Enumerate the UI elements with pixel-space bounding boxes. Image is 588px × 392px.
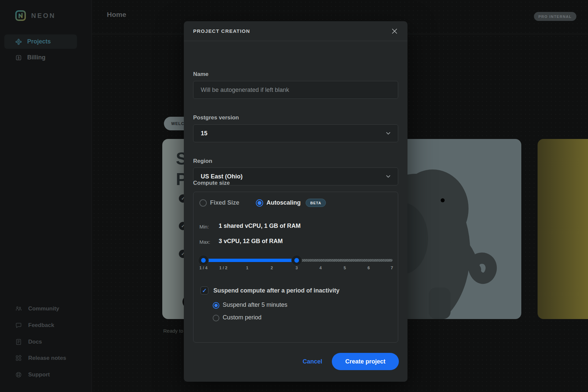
- suspend-after-5-minutes-radio[interactable]: [213, 302, 219, 309]
- sidebar-item-label: Support: [28, 371, 50, 378]
- cancel-button[interactable]: Cancel: [303, 356, 322, 367]
- beta-badge: BETA: [306, 199, 326, 207]
- project-creation-modal: PROJECT CREATION Name Postgres version 1…: [184, 21, 407, 382]
- sidebar-item-docs[interactable]: Docs: [15, 335, 42, 349]
- slider-tick: 3: [296, 266, 298, 270]
- community-icon: [15, 305, 22, 312]
- brand-name: NEON: [31, 12, 56, 20]
- postgres-version-label: Postgres version: [193, 114, 239, 121]
- support-icon: [15, 371, 22, 378]
- slider-tick: 2: [271, 266, 273, 270]
- sidebar-item-label: Billing: [27, 54, 45, 61]
- feedback-icon: [15, 322, 22, 329]
- sidebar-item-feedback[interactable]: Feedback: [15, 319, 54, 332]
- postgres-version-select[interactable]: 15: [193, 124, 398, 142]
- sidebar-item-label: Community: [28, 305, 59, 312]
- custom-period-label[interactable]: Custom period: [223, 314, 261, 321]
- sidebar: NEON Projects $ Billing: [0, 0, 92, 392]
- slider-tick: 6: [368, 266, 370, 270]
- autoscaling-radio[interactable]: [256, 199, 263, 207]
- suspend-after-5-minutes-label[interactable]: Suspend after 5 minutes: [223, 301, 287, 308]
- fixed-size-label[interactable]: Fixed Size: [210, 199, 239, 206]
- chevron-down-icon: [385, 130, 392, 137]
- sidebar-item-community[interactable]: Community: [15, 302, 59, 315]
- release-notes-icon: [15, 355, 22, 362]
- slider-tick: 5: [344, 266, 346, 270]
- app-screen: Home PRO INTERNAL WELCOME S P ✓ ✓ ✓ Read…: [0, 0, 588, 392]
- svg-text:$: $: [18, 56, 19, 59]
- sidebar-item-label: Docs: [28, 339, 42, 345]
- name-label: Name: [193, 71, 208, 78]
- projects-icon: [15, 38, 22, 45]
- page-title: Home: [107, 11, 126, 19]
- region-label: Region: [193, 158, 212, 164]
- custom-period-radio[interactable]: [213, 315, 219, 321]
- welcome-card-caption: Ready to: [163, 328, 183, 334]
- compute-size-box: Fixed Size Autoscaling BETA Min: 1 share…: [193, 192, 398, 343]
- postgres-version-value: 15: [201, 130, 385, 137]
- project-name-input[interactable]: [193, 81, 398, 99]
- suspend-compute-label[interactable]: Suspend compute after a period of inacti…: [213, 287, 339, 294]
- slider-tick: 7: [391, 266, 393, 270]
- sidebar-item-release-notes[interactable]: Release notes: [15, 352, 66, 365]
- chevron-down-icon: [385, 173, 392, 180]
- slider-active-range: [203, 259, 297, 262]
- plan-badge: PRO INTERNAL: [534, 12, 577, 21]
- sidebar-item-billing[interactable]: $ Billing: [4, 50, 77, 65]
- docs-icon: [15, 338, 22, 346]
- sidebar-item-label: Projects: [27, 38, 51, 45]
- slider-tick: 1 / 4: [199, 266, 207, 270]
- neon-logo-icon: [15, 10, 26, 21]
- compute-size-slider[interactable]: [199, 257, 393, 263]
- max-label: Max:: [199, 239, 210, 245]
- slider-tick: 1: [246, 266, 249, 270]
- close-button[interactable]: [390, 26, 400, 36]
- slider-max-handle[interactable]: [292, 255, 302, 265]
- elephant-image: [396, 139, 521, 319]
- compute-size-label: Compute size: [193, 180, 230, 186]
- slider-min-handle[interactable]: [198, 255, 208, 265]
- suspend-compute-checkbox[interactable]: ✓: [200, 287, 208, 294]
- billing-icon: $: [15, 54, 22, 61]
- region-value: US East (Ohio): [201, 173, 385, 180]
- slider-tick: 4: [320, 266, 322, 270]
- sidebar-item-label: Release notes: [28, 355, 66, 361]
- sidebar-item-projects[interactable]: Projects: [4, 34, 77, 49]
- slider-tick: 1 / 2: [219, 266, 227, 270]
- olive-promo-card: [538, 139, 588, 319]
- sidebar-item-label: Feedback: [28, 322, 54, 329]
- sidebar-item-support[interactable]: Support: [15, 368, 50, 381]
- elephant-promo-card: [396, 139, 521, 319]
- modal-header: PROJECT CREATION: [184, 21, 407, 41]
- autoscaling-label[interactable]: Autoscaling: [266, 199, 301, 206]
- modal-title: PROJECT CREATION: [193, 28, 390, 34]
- neon-logo[interactable]: NEON: [15, 10, 56, 21]
- close-icon: [390, 27, 399, 35]
- max-value: 3 vCPU, 12 GB of RAM: [219, 238, 283, 245]
- fixed-size-radio[interactable]: [199, 199, 207, 207]
- min-label: Min:: [199, 224, 209, 229]
- create-project-button[interactable]: Create project: [332, 353, 399, 370]
- min-value: 1 shared vCPU, 1 GB of RAM: [219, 223, 301, 229]
